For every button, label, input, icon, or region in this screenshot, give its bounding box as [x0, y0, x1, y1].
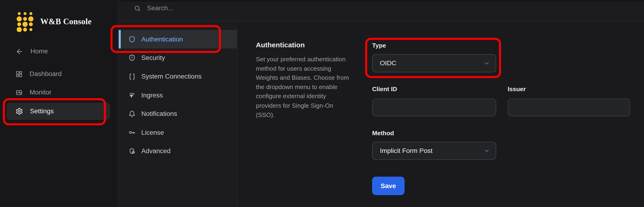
- topbar: [119, 0, 644, 22]
- section-description: Set your preferred authentication method…: [256, 54, 352, 120]
- settings-nav-item-notifications[interactable]: Notifications: [119, 105, 237, 123]
- ingress-icon: [129, 92, 136, 98]
- brackets-icon: [129, 73, 136, 80]
- settings-nav-item-advanced[interactable]: Advanced: [119, 142, 237, 160]
- active-accent-bar: [119, 30, 121, 48]
- method-label: Method: [372, 130, 394, 136]
- chevron-down-icon: [484, 60, 490, 66]
- sidebar-item-home[interactable]: Home: [16, 44, 48, 58]
- chevron-down-icon: [484, 148, 490, 154]
- settings-nav-item-license[interactable]: License: [119, 123, 237, 142]
- search-icon: [134, 5, 141, 12]
- method-select[interactable]: Implicit Form Post: [372, 142, 496, 160]
- save-button[interactable]: Save: [372, 177, 404, 195]
- settings-nav-label: Advanced: [141, 147, 170, 155]
- shield-gear-icon: [129, 148, 136, 154]
- bell-icon: [129, 110, 136, 117]
- sidebar-item-settings[interactable]: Settings: [16, 104, 54, 118]
- gear-icon: [16, 108, 23, 115]
- type-select[interactable]: OIDC: [372, 54, 496, 72]
- settings-nav-label: Authentication: [141, 36, 183, 43]
- settings-nav: Authentication Security System Connectio…: [119, 22, 237, 207]
- shield-icon: [129, 36, 136, 43]
- shield-alert-icon: [129, 54, 136, 61]
- authentication-panel: Authentication Set your preferred authen…: [238, 22, 644, 207]
- settings-nav-item-system-connections[interactable]: System Connections: [119, 67, 237, 86]
- sidebar-item-dashboard[interactable]: Dashboard: [16, 67, 62, 81]
- settings-nav-item-ingress[interactable]: Ingress: [119, 86, 237, 104]
- settings-nav-label: Notifications: [141, 110, 177, 118]
- key-icon: [129, 129, 136, 136]
- wandb-console-app: W&B Console Home Dashboard Monitor Setti…: [0, 0, 644, 207]
- settings-nav-label: System Connections: [141, 73, 202, 80]
- sidebar-item-label: Monitor: [30, 89, 52, 96]
- settings-nav-item-authentication[interactable]: Authentication: [119, 30, 237, 48]
- page-title: Authentication: [256, 41, 305, 49]
- arrow-left-icon: [16, 48, 23, 55]
- app-logo: W&B Console: [16, 11, 92, 32]
- type-label: Type: [372, 42, 386, 49]
- settings-nav-label: Security: [141, 54, 165, 62]
- issuer-input[interactable]: [508, 98, 630, 116]
- settings-nav-item-security[interactable]: Security: [119, 49, 237, 67]
- sidebar-item-label: Home: [30, 48, 48, 55]
- left-sidebar: W&B Console Home Dashboard Monitor Setti…: [0, 0, 118, 207]
- type-select-value: OIDC: [380, 60, 484, 67]
- issuer-label: Issuer: [508, 86, 526, 92]
- sidebar-item-label: Dashboard: [30, 70, 62, 78]
- sidebar-item-monitor[interactable]: Monitor: [16, 86, 52, 100]
- settings-nav-label: License: [141, 129, 164, 136]
- search-input[interactable]: [146, 4, 310, 12]
- app-title: W&B Console: [40, 16, 92, 26]
- settings-nav-label: Ingress: [141, 92, 163, 99]
- client-id-label: Client ID: [372, 86, 397, 92]
- wandb-dots-logo-icon: [16, 11, 34, 32]
- dashboard-icon: [16, 70, 22, 78]
- top-strip: [119, 0, 644, 2]
- monitor-icon: [16, 89, 22, 96]
- sidebar-item-label: Settings: [30, 108, 54, 115]
- search-bar[interactable]: [134, 4, 310, 12]
- client-id-input[interactable]: [372, 98, 496, 116]
- method-select-value: Implicit Form Post: [380, 147, 484, 154]
